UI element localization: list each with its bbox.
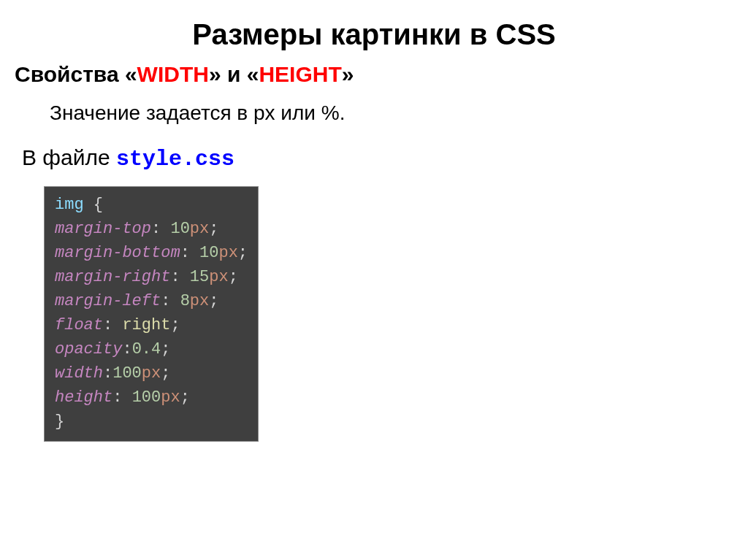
code-number: 10	[199, 244, 218, 262]
code-colon: :	[122, 340, 131, 358]
subtitle-height: HEIGHT	[259, 62, 341, 86]
code-prop: margin-left	[55, 292, 161, 310]
code-line-9: }	[55, 410, 248, 434]
code-semicolon: ;	[238, 244, 248, 262]
code-semicolon: ;	[229, 268, 238, 286]
subtitle-prefix: Свойства «	[15, 62, 137, 86]
code-brace-close: }	[55, 413, 64, 431]
code-line-5: float: right;	[55, 313, 248, 337]
file-name: style.css	[116, 147, 234, 172]
code-semicolon: ;	[209, 220, 218, 238]
subtitle-width: WIDTH	[137, 62, 209, 86]
code-colon: :	[180, 244, 199, 262]
code-colon: :	[103, 316, 122, 334]
slide-content: Размеры картинки в CSS Свойства «WIDTH» …	[0, 0, 748, 442]
code-block: img { margin-top: 10px; margin-bottom: 1…	[44, 186, 259, 442]
code-number: 15	[190, 268, 209, 286]
code-prop: float	[55, 316, 103, 334]
file-line-prefix: В файле	[22, 145, 116, 169]
code-unit: px	[161, 388, 180, 407]
code-number: 0.4	[132, 340, 161, 358]
code-brace-open: {	[84, 196, 103, 214]
code-selector: img	[55, 196, 84, 214]
code-line-4: margin-left: 8px;	[55, 289, 248, 313]
code-number: 100	[112, 364, 142, 383]
code-semicolon: ;	[209, 292, 218, 310]
code-colon: :	[151, 220, 170, 238]
code-line-8: height: 100px;	[55, 386, 248, 410]
code-semicolon: ;	[161, 340, 170, 358]
code-colon: :	[170, 268, 189, 286]
code-line-6: opacity:0.4;	[55, 337, 248, 361]
code-semicolon: ;	[180, 388, 190, 407]
code-unit: px	[142, 364, 161, 383]
code-unit: px	[209, 268, 228, 286]
code-colon: :	[103, 364, 112, 383]
slide-title: Размеры картинки в CSS	[15, 18, 733, 51]
code-line-7: width:100px;	[55, 361, 248, 386]
code-semicolon: ;	[170, 316, 180, 334]
code-colon: :	[161, 292, 180, 310]
code-number: 100	[132, 388, 161, 407]
subtitle-mid: » и «	[209, 62, 259, 86]
subtitle-suffix: »	[342, 62, 354, 86]
code-prop: margin-bottom	[55, 244, 180, 262]
code-line-0: img {	[55, 193, 248, 217]
code-prop: margin-top	[55, 220, 151, 238]
subtitle: Свойства «WIDTH» и «HEIGHT»	[15, 62, 733, 87]
code-line-1: margin-top: 10px;	[55, 217, 248, 241]
code-line-3: margin-right: 15px;	[55, 265, 248, 289]
code-unit: px	[190, 292, 209, 310]
code-keyword: right	[122, 316, 170, 334]
code-unit: px	[190, 220, 209, 238]
code-number: 8	[180, 292, 190, 310]
description-text: Значение задается в px или %.	[50, 101, 733, 125]
code-prop: margin-right	[55, 268, 170, 286]
code-prop: opacity	[55, 340, 122, 358]
code-unit: px	[218, 244, 237, 262]
code-colon: :	[112, 388, 131, 407]
code-line-2: margin-bottom: 10px;	[55, 241, 248, 265]
file-line: В файле style.css	[22, 145, 733, 172]
code-number: 10	[170, 220, 189, 238]
code-prop: width	[55, 364, 103, 383]
code-prop: height	[55, 388, 112, 407]
code-semicolon: ;	[161, 364, 170, 383]
